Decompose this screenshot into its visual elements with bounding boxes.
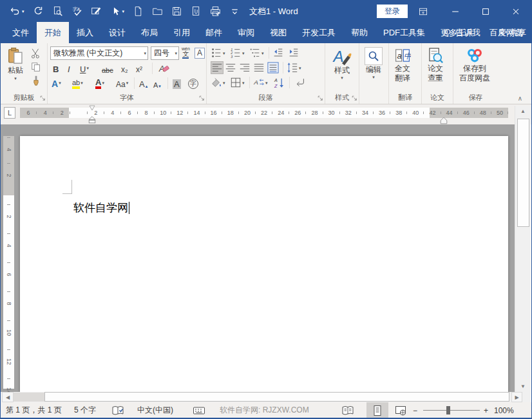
- read-mode-button[interactable]: [338, 402, 357, 418]
- clear-formatting-button[interactable]: A: [158, 62, 170, 75]
- tell-me-button[interactable]: 告诉我: [442, 22, 480, 43]
- document-text[interactable]: 软件自学网: [73, 200, 128, 215]
- show-marks-button[interactable]: [294, 76, 306, 89]
- print-layout-button[interactable]: [366, 402, 388, 418]
- tab-9[interactable]: 开发工具: [294, 22, 343, 43]
- cut-button[interactable]: [30, 47, 42, 60]
- tab-10[interactable]: 帮助: [343, 22, 375, 43]
- horizontal-scroll-thumb[interactable]: [44, 392, 509, 402]
- minimize-button[interactable]: [445, 1, 466, 22]
- attachment-button[interactable]: [191, 6, 202, 17]
- line-spacing-button[interactable]: ▾: [287, 61, 301, 74]
- login-button[interactable]: 登录: [377, 5, 408, 18]
- zoom-slider-track[interactable]: [423, 410, 480, 411]
- close-button[interactable]: [506, 1, 526, 22]
- font-size-combo[interactable]: 四号 ▾: [151, 46, 179, 60]
- new-document-button[interactable]: [133, 6, 144, 17]
- vertical-ruler[interactable]: 422468101214: [3, 136, 14, 389]
- numbering-button[interactable]: 123▾: [230, 46, 245, 59]
- horizontal-scrollbar[interactable]: ◀ ▶: [1, 392, 531, 402]
- zoom-level[interactable]: 100%: [494, 402, 514, 418]
- distribute-button[interactable]: [267, 61, 279, 74]
- tab-1[interactable]: 开始: [37, 22, 69, 43]
- strikethrough-button[interactable]: abc: [102, 62, 113, 75]
- spell-check-button[interactable]: 字A: [71, 6, 82, 17]
- increase-indent-button[interactable]: [288, 46, 299, 59]
- language-indicator[interactable]: 中文(中国): [137, 402, 173, 418]
- styles-button[interactable]: A 样式 ▾: [332, 46, 352, 80]
- sort-button[interactable]: AZ: [274, 76, 285, 89]
- align-left-button[interactable]: [211, 61, 223, 74]
- grow-font-button[interactable]: A▴: [139, 77, 147, 90]
- redo-button[interactable]: [33, 6, 44, 17]
- proofing-status-button[interactable]: [111, 402, 124, 418]
- phonetic-guide-button[interactable]: wén文: [182, 46, 190, 59]
- tab-4[interactable]: 布局: [133, 22, 166, 43]
- share-button[interactable]: 共享: [497, 22, 526, 43]
- right-indent-marker[interactable]: [440, 117, 448, 124]
- copy-button[interactable]: [30, 61, 42, 73]
- page-indicator[interactable]: 第 1 页，共 1 页: [6, 402, 62, 418]
- vertical-scroll-thumb[interactable]: [517, 119, 529, 227]
- maximize-button[interactable]: [475, 1, 496, 22]
- editing-button[interactable]: 编辑 ▾: [365, 47, 383, 79]
- ribbon-display-options-button[interactable]: [413, 1, 433, 22]
- tab-7[interactable]: 审阅: [230, 22, 262, 43]
- thesis-check-button[interactable]: 论文 查重: [427, 47, 444, 83]
- tab-8[interactable]: 视图: [262, 22, 294, 43]
- save-to-netdisk-button[interactable]: 保存到 百度网盘: [459, 47, 490, 83]
- character-shading-button[interactable]: A: [173, 77, 181, 90]
- open-file-button[interactable]: [152, 6, 163, 17]
- collapse-ribbon-button[interactable]: ∧: [518, 95, 522, 102]
- word-count[interactable]: 5 个字: [74, 402, 96, 418]
- input-mode-button[interactable]: [193, 402, 205, 418]
- highlight-color-button[interactable]: ab▾: [72, 77, 83, 90]
- superscript-button[interactable]: x²: [136, 62, 142, 75]
- full-text-translate-button[interactable]: a中 全文 翻译: [394, 47, 411, 83]
- asian-layout-button[interactable]: A▾: [253, 76, 268, 89]
- change-case-button[interactable]: Aa▾: [116, 77, 128, 90]
- scroll-left-button[interactable]: ◀: [2, 392, 14, 402]
- save-button[interactable]: [171, 6, 182, 17]
- document-page[interactable]: 软件自学网: [20, 136, 508, 392]
- edit-form-button[interactable]: [91, 6, 102, 17]
- font-dialog-launcher-icon[interactable]: [198, 95, 205, 102]
- scroll-right-button[interactable]: ▶: [511, 392, 522, 402]
- multilevel-list-button[interactable]: ▾: [249, 46, 264, 59]
- shrink-font-button[interactable]: A▾: [153, 77, 161, 90]
- font-name-combo[interactable]: 微软雅黑 (中文正文) ▾: [50, 46, 148, 60]
- font-color-button[interactable]: A▾: [95, 77, 104, 90]
- borders-button[interactable]: ▾: [230, 76, 245, 89]
- tab-3[interactable]: 设计: [101, 22, 133, 43]
- quick-print-button[interactable]: [210, 6, 221, 17]
- format-painter-button[interactable]: [30, 74, 42, 87]
- vertical-scrollbar[interactable]: ▲ ▼: [515, 106, 531, 392]
- align-center-button[interactable]: [225, 61, 236, 74]
- horizontal-scroll-track[interactable]: [14, 393, 44, 402]
- scroll-up-button[interactable]: ▲: [515, 106, 531, 117]
- zoom-in-button[interactable]: +: [484, 402, 488, 418]
- text-effects-button[interactable]: A▾: [52, 77, 61, 90]
- customize-toolbar-button[interactable]: [229, 6, 240, 17]
- tab-11[interactable]: PDF工具集: [375, 22, 433, 43]
- first-line-indent-marker[interactable]: [88, 105, 96, 112]
- print-preview-button[interactable]: [52, 6, 63, 17]
- bold-button[interactable]: B: [53, 62, 59, 75]
- character-border-button[interactable]: A: [195, 46, 205, 59]
- decrease-indent-button[interactable]: [272, 46, 284, 59]
- justify-button[interactable]: [253, 61, 265, 74]
- undo-button[interactable]: ▾: [10, 6, 24, 17]
- zoom-out-button[interactable]: −: [413, 402, 417, 418]
- clipboard-dialog-launcher-icon[interactable]: [39, 95, 46, 102]
- paragraph-dialog-launcher-icon[interactable]: [317, 95, 324, 102]
- bullets-button[interactable]: ▾: [211, 46, 225, 59]
- shading-button[interactable]: ▾: [211, 76, 225, 89]
- horizontal-ruler[interactable]: 6422468101214161820222426283032343638404…: [20, 108, 508, 118]
- hanging-indent-marker[interactable]: [88, 115, 96, 124]
- italic-button[interactable]: I: [68, 62, 70, 75]
- enclose-characters-button[interactable]: 字: [188, 77, 198, 90]
- tab-5[interactable]: 引用: [166, 22, 198, 43]
- paste-button[interactable]: 粘贴 ▾: [3, 46, 28, 88]
- styles-dialog-launcher-icon[interactable]: [351, 95, 358, 102]
- tab-selector[interactable]: L: [4, 107, 15, 119]
